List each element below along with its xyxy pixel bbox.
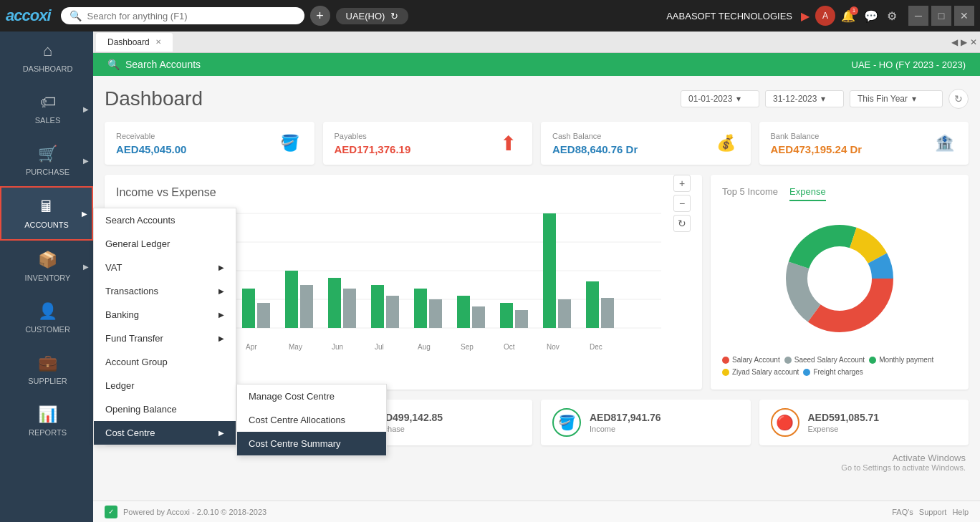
sidebar-item-reports[interactable]: 📊 REPORTS [0,395,93,447]
company-selector[interactable]: UAE(HO) ↻ [336,8,409,24]
payables-card: Payables AED171,376.19 ⬆ [323,122,533,165]
search-accounts-label: Search Accounts [125,59,201,70]
donut-tab-expense[interactable]: Expense [789,186,826,201]
minimize-button[interactable]: ─ [908,6,928,26]
sidebar-item-accounts[interactable]: 🖩 ACCOUNTS ▶ [0,186,93,241]
svg-rect-11 [414,289,427,328]
donut-tab-income[interactable]: Top 5 Income [722,186,778,201]
income-value: AED817,941.76 [590,412,661,423]
menu-item-ledger[interactable]: Ledger [94,374,236,397]
maximize-button[interactable]: □ [931,6,951,26]
sales-arrow: ▶ [83,105,89,113]
tab-scroll-right[interactable]: ▶ [961,37,967,47]
app-logo: accoxi [6,6,51,25]
sidebar-label-dashboard: DASHBOARD [23,64,73,73]
menu-item-vat[interactable]: VAT ▶ [94,256,236,279]
svg-rect-20 [343,289,356,328]
svg-text:May: May [289,343,302,351]
svg-rect-24 [515,310,528,328]
cash-balance-card: Cash Balance AED88,640.76 Dr 💰 [541,122,751,165]
svg-rect-15 [586,281,599,328]
tab-controls[interactable]: ◀ ▶ ✕ [951,37,977,47]
svg-point-43 [808,247,871,310]
footer-help[interactable]: Help [952,508,969,516]
sidebar-item-dashboard[interactable]: ⌂ DASHBOARD [0,32,93,83]
receivable-icon: 🪣 [277,130,303,156]
cost-centre-submenu: Manage Cost Centre Cost Centre Allocatio… [236,384,387,456]
receivable-value: AED45,045.00 [116,143,186,155]
search-accounts-icon: 🔍 [107,59,120,70]
chart-minus-button[interactable]: − [673,195,691,212]
refresh-icon: ↻ [390,11,398,21]
legend-ziyad: Ziyad Salary account [722,368,799,376]
search-accounts-button[interactable]: 🔍 Search Accounts [107,59,201,70]
chart-plus-button[interactable]: + [673,175,691,192]
menu-item-fund-transfer[interactable]: Fund Transfer ▶ [94,327,236,350]
company-icon: ▶ [801,9,810,23]
footer-support[interactable]: Support [919,508,947,516]
tab-close-button[interactable]: ✕ [155,38,161,46]
bank-label: Bank Balance [771,132,863,140]
notifications-button[interactable]: 🔔 1 [841,9,855,23]
sidebar: ⌂ DASHBOARD 🏷 SALES ▶ 🛒 PURCHASE ▶ 🖩 ACC… [0,32,93,522]
svg-rect-26 [601,298,614,328]
donut-legend: Salary Account Saeed Salary Account Mont… [722,356,957,376]
period-arrow: ▾ [912,94,916,104]
refresh-button[interactable]: ↻ [948,89,969,109]
dashboard-title: Dashboard [105,87,203,110]
expense-card-icon: 🔴 [771,408,799,437]
sidebar-item-customer[interactable]: 👤 CUSTOMER [0,292,93,344]
menu-item-account-group[interactable]: Account Group [94,350,236,374]
footer-logo: ✓ [105,506,117,518]
menu-item-search-accounts[interactable]: Search Accounts [94,208,236,232]
menu-item-banking[interactable]: Banking ▶ [94,303,236,327]
chart-refresh-button[interactable]: ↻ [673,215,691,232]
inventory-icon: 📦 [38,251,57,269]
menu-item-cost-centre[interactable]: Cost Centre ▶ [94,421,236,445]
sidebar-item-supplier[interactable]: 💼 SUPPLIER [0,344,93,395]
messages-button[interactable]: 💬 [864,9,878,23]
settings-button[interactable]: ⚙ [887,9,897,23]
donut-tabs: Top 5 Income Expense [722,186,957,201]
sidebar-item-purchase[interactable]: 🛒 PURCHASE ▶ [0,135,93,186]
search-input[interactable] [87,11,274,21]
sidebar-label-reports: REPORTS [29,428,67,437]
user-avatar: A [815,6,835,26]
menu-item-opening-balance[interactable]: Opening Balance [94,397,236,421]
add-button[interactable]: + [310,6,330,26]
svg-rect-23 [472,306,485,328]
income-info: AED817,941.76 Income [590,412,661,433]
date-to-input[interactable]: 31-12-2023 ▾ [765,90,844,107]
svg-rect-7 [242,289,255,328]
tab-close-all[interactable]: ✕ [970,37,977,47]
tab-dashboard[interactable]: Dashboard ✕ [96,33,173,52]
footer-faq[interactable]: FAQ's [892,508,913,516]
payables-value: AED171,376.19 [335,143,411,155]
tab-bar: Dashboard ✕ ◀ ▶ ✕ [93,32,980,53]
sidebar-label-sales: SALES [35,116,60,125]
dashboard-icon: ⌂ [43,42,52,60]
submenu-manage-cost-centre[interactable]: Manage Cost Centre [237,385,386,408]
submenu-cost-centre-summary[interactable]: Cost Centre Summary [237,432,386,455]
company-code: UAE(HO) [346,11,385,21]
search-icon: 🔍 [69,10,82,21]
menu-item-general-ledger[interactable]: General Ledger [94,232,236,256]
tab-scroll-left[interactable]: ◀ [951,37,958,47]
menu-item-transactions[interactable]: Transactions ▶ [94,279,236,303]
bank-icon: 🏦 [931,130,957,156]
purchase-icon: 🛒 [38,145,57,163]
tab-dashboard-label: Dashboard [107,37,150,47]
top-icons: 🔔 1 💬 ⚙ [841,9,897,23]
search-box[interactable]: 🔍 [61,7,304,24]
vat-arrow: ▶ [218,264,224,271]
sidebar-item-sales[interactable]: 🏷 SALES ▶ [0,83,93,135]
period-label: This Fin Year [858,94,908,104]
income-card-icon: 🪣 [552,408,581,437]
close-button[interactable]: ✕ [954,6,974,26]
activate-windows-line2: Go to Settings to activate Windows. [841,463,966,472]
freight-dot [803,369,810,376]
submenu-cost-centre-allocations[interactable]: Cost Centre Allocations [237,408,386,432]
date-from-input[interactable]: 01-01-2023 ▾ [681,90,759,107]
sidebar-item-inventory[interactable]: 📦 INVENTORY ▶ [0,241,93,292]
period-dropdown[interactable]: This Fin Year ▾ [850,90,943,107]
